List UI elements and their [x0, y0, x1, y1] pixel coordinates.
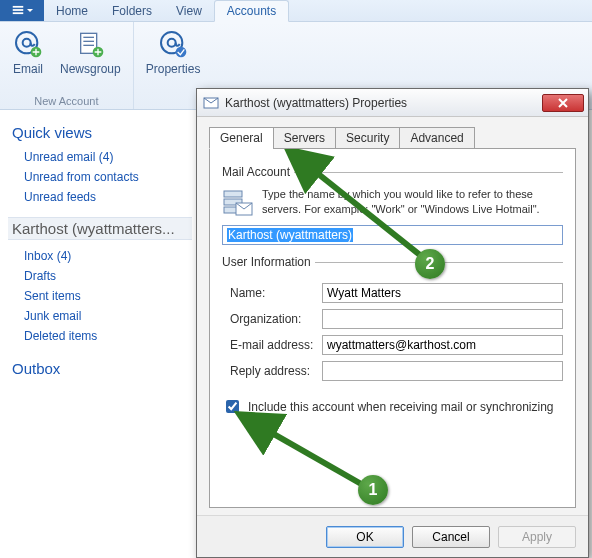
- email-button-label: Email: [13, 62, 43, 76]
- cancel-button[interactable]: Cancel: [412, 526, 490, 548]
- svg-rect-1: [13, 9, 24, 11]
- name-label: Name:: [222, 286, 322, 300]
- annotation-arrow-1: [230, 407, 380, 497]
- sidebar: Quick views Unread email (4) Unread from…: [0, 110, 200, 558]
- chevron-down-icon: [27, 9, 33, 12]
- sidebar-item-unread-feeds[interactable]: Unread feeds: [12, 187, 188, 207]
- mail-account-legend: Mail Account: [222, 165, 294, 179]
- email-input[interactable]: [322, 335, 563, 355]
- close-icon: [558, 98, 568, 108]
- group-label-new-account: New Account: [34, 93, 98, 107]
- tab-home[interactable]: Home: [44, 1, 100, 21]
- apply-button: Apply: [498, 526, 576, 548]
- dialog-body: General Servers Security Advanced Mail A…: [197, 117, 588, 515]
- sidebar-item-drafts[interactable]: Drafts: [12, 266, 188, 286]
- sidebar-item-unread-email[interactable]: Unread email (4): [12, 147, 188, 167]
- svg-rect-0: [13, 6, 24, 8]
- tab-accounts[interactable]: Accounts: [214, 0, 289, 22]
- newsgroup-button[interactable]: Newsgroup: [56, 26, 125, 78]
- mail-account-fieldset: Mail Account Type the name by which you …: [222, 165, 563, 245]
- tab-view[interactable]: View: [164, 1, 214, 21]
- account-head[interactable]: Karthost (wyattmatters...: [8, 217, 192, 240]
- tab-folders[interactable]: Folders: [100, 1, 164, 21]
- dialog-titlebar: Karthost (wyattmatters) Properties: [197, 89, 588, 117]
- properties-button-label: Properties: [146, 62, 201, 76]
- ok-button[interactable]: OK: [326, 526, 404, 548]
- quick-views-head[interactable]: Quick views: [12, 124, 188, 141]
- app-menu-button[interactable]: [0, 0, 44, 21]
- user-info-legend: User Information: [222, 255, 315, 269]
- tab-security[interactable]: Security: [335, 127, 400, 149]
- at-check-icon: [157, 28, 189, 60]
- tab-panel-general: Mail Account Type the name by which you …: [209, 148, 576, 508]
- include-account-checkbox[interactable]: [226, 400, 239, 413]
- annotation-badge-1: 1: [358, 475, 388, 505]
- svg-rect-2: [13, 12, 24, 14]
- reply-label: Reply address:: [222, 364, 322, 378]
- svg-line-20: [244, 417, 370, 489]
- dialog-buttons: OK Cancel Apply: [197, 515, 588, 557]
- close-button[interactable]: [542, 94, 584, 112]
- email-button[interactable]: Email: [8, 26, 48, 78]
- org-label: Organization:: [222, 312, 322, 326]
- sidebar-item-unread-contacts[interactable]: Unread from contacts: [12, 167, 188, 187]
- include-account-label: Include this account when receiving mail…: [248, 400, 554, 414]
- user-info-fieldset: User Information Name: Organization: E-m…: [222, 255, 563, 387]
- properties-button[interactable]: Properties: [142, 26, 205, 78]
- servers-icon: [222, 187, 254, 219]
- sidebar-item-sent[interactable]: Sent items: [12, 286, 188, 306]
- ribbon-tabs: Home Folders View Accounts: [0, 0, 592, 22]
- dialog-tabs: General Servers Security Advanced: [209, 127, 576, 149]
- tab-servers[interactable]: Servers: [273, 127, 336, 149]
- newsgroup-icon: [74, 28, 106, 60]
- name-input[interactable]: [322, 283, 563, 303]
- ribbon-group-new-account: Email Newsgroup New Account: [0, 22, 134, 109]
- email-label: E-mail address:: [222, 338, 322, 352]
- sidebar-item-junk[interactable]: Junk email: [12, 306, 188, 326]
- outbox-head[interactable]: Outbox: [12, 360, 188, 377]
- org-input[interactable]: [322, 309, 563, 329]
- tab-general[interactable]: General: [209, 127, 274, 149]
- sidebar-item-inbox[interactable]: Inbox (4): [12, 246, 188, 266]
- svg-point-12: [168, 39, 176, 47]
- sidebar-item-deleted[interactable]: Deleted items: [12, 326, 188, 346]
- svg-rect-15: [224, 191, 242, 197]
- newsgroup-button-label: Newsgroup: [60, 62, 121, 76]
- svg-point-4: [23, 39, 31, 47]
- svg-point-13: [176, 47, 187, 58]
- at-add-icon: [12, 28, 44, 60]
- tab-advanced[interactable]: Advanced: [399, 127, 474, 149]
- dialog-title: Karthost (wyattmatters) Properties: [225, 96, 542, 110]
- dialog-icon: [203, 95, 219, 111]
- reply-input[interactable]: [322, 361, 563, 381]
- account-name-input[interactable]: Karthost (wyattmatters): [222, 225, 563, 245]
- properties-dialog: Karthost (wyattmatters) Properties Gener…: [196, 88, 589, 558]
- mail-account-desc: Type the name by which you would like to…: [262, 187, 563, 219]
